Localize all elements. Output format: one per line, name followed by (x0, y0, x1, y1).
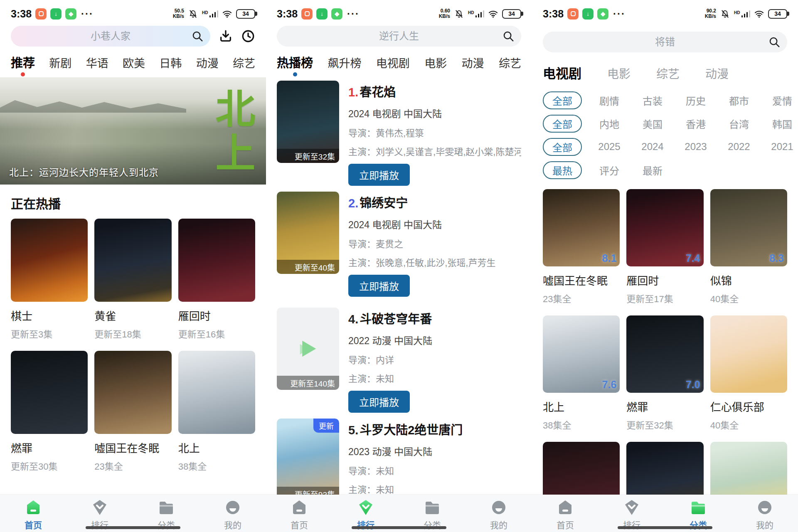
tab-western[interactable]: 欧美 (123, 54, 145, 76)
nav-profile[interactable]: 我的 (206, 499, 260, 531)
tab-anime[interactable]: 动漫 (196, 54, 219, 76)
filter-item[interactable]: 2021 (761, 141, 798, 153)
drama-poster (178, 219, 255, 302)
drama-title: 燃罪 (626, 399, 703, 414)
tab-variety[interactable]: 综艺 (499, 54, 521, 76)
tab-anime[interactable]: 动漫 (705, 65, 729, 87)
filter-sort-hottest[interactable]: 最热 (543, 161, 582, 179)
folder-icon (690, 499, 707, 516)
tab-rising-rank[interactable]: 飙升榜 (328, 54, 361, 76)
battery-icon: 34 (502, 9, 521, 19)
filter-item[interactable]: 美国 (631, 116, 674, 131)
drama-title: 4.斗破苍穹年番 (348, 309, 521, 327)
rank-item[interactable]: 更新至140集 4.斗破苍穹年番 2022 动漫 中国大陆 导演：内详 主演：未… (277, 308, 521, 413)
drama-title: 北上 (543, 399, 620, 414)
rank-item[interactable]: 更新至40集 2.锦绣安宁 2024 电视剧 中国大陆 导演：麦贯之 主演：张晚… (277, 192, 521, 297)
history-button[interactable] (241, 29, 255, 43)
nav-home[interactable]: 首页 (6, 499, 60, 531)
status-bar: 3:38 ↓ ◆ ··· 90.2KB/s HD 34 (532, 0, 798, 22)
drama-director: 导演：内详 (348, 352, 521, 366)
play-now-button[interactable]: 立即播放 (348, 391, 410, 413)
home-indicator[interactable] (352, 526, 446, 529)
drama-card[interactable]: 北上 38集全 (178, 351, 255, 483)
rank-gem-icon (91, 499, 108, 516)
more-notifications-icon: ··· (81, 8, 94, 20)
drama-card[interactable]: 7.6 北上 38集全 (543, 315, 620, 442)
filter-item[interactable]: 2023 (674, 141, 717, 153)
filter-item[interactable]: 最新 (631, 163, 674, 177)
filter-item[interactable]: 爱情 (761, 93, 798, 108)
search-icon[interactable] (768, 36, 781, 48)
search-bar (277, 26, 521, 47)
drama-cast: 主演：刘学义,吴谨言,毕雯珺,赵小棠,陈楚河 (348, 144, 521, 158)
tab-anime[interactable]: 动漫 (462, 54, 484, 76)
tab-jk[interactable]: 日韩 (159, 54, 182, 76)
drama-card[interactable]: 燃罪 更新至30集 (11, 351, 88, 483)
drama-card[interactable]: 雁回时 更新至16集 (178, 219, 255, 351)
drama-episodes: 更新至18集 (94, 327, 171, 340)
tab-new-dramas[interactable]: 新剧 (49, 54, 71, 76)
drama-director: 导演：未知 (348, 463, 521, 477)
search-icon[interactable] (191, 30, 204, 42)
profile-icon (224, 499, 241, 516)
nav-home[interactable]: 首页 (538, 499, 592, 531)
filter-item[interactable]: 内地 (588, 116, 631, 131)
tab-movie[interactable]: 电影 (607, 65, 631, 87)
search-input[interactable] (32, 30, 190, 42)
banner-roof-art (0, 100, 186, 113)
filter-all-genre[interactable]: 全部 (543, 91, 582, 109)
filter-item[interactable]: 历史 (674, 93, 717, 108)
drama-card[interactable]: 8.1 嘘国王在冬眠 23集全 (543, 189, 620, 315)
nav-profile[interactable]: 我的 (472, 499, 526, 531)
mute-bell-icon (720, 9, 730, 19)
drama-title: 燃罪 (11, 440, 88, 455)
home-icon (291, 499, 308, 516)
filter-item[interactable]: 香港 (674, 116, 717, 131)
filter-all-year[interactable]: 全部 (543, 138, 582, 156)
filter-item[interactable]: 古装 (631, 93, 674, 108)
nav-home[interactable]: 首页 (272, 499, 326, 531)
download-button[interactable] (219, 29, 233, 43)
nav-profile[interactable]: 我的 (738, 499, 792, 531)
clock-time: 3:38 (11, 8, 32, 20)
play-now-button[interactable]: 立即播放 (348, 164, 410, 186)
rank-item[interactable]: 更新至32集 1.春花焰 2024 电视剧 中国大陆 导演：黄伟杰,程箓 主演：… (277, 81, 521, 186)
search-input[interactable] (564, 36, 766, 48)
now-playing-grid: 棋士 更新至3集 黄雀 更新至18集 雁回时 更新至16集 燃罪 更新至30集 … (0, 219, 266, 483)
drama-card[interactable]: 棋士 更新至3集 (11, 219, 88, 351)
filter-all-region[interactable]: 全部 (543, 115, 582, 133)
drama-card[interactable]: 仁心俱乐部 40集全 (710, 315, 787, 442)
filter-item[interactable]: 剧情 (588, 93, 631, 108)
tab-recommend[interactable]: 推荐 (11, 53, 35, 76)
filter-item[interactable]: 2024 (631, 141, 674, 153)
search-icon[interactable] (502, 30, 515, 42)
network-speed: 50.5KB/s (173, 8, 184, 19)
filter-item[interactable]: 台湾 (717, 116, 761, 131)
tab-chinese[interactable]: 华语 (86, 54, 108, 76)
tab-variety[interactable]: 综艺 (233, 54, 255, 76)
tab-tv[interactable]: 电视剧 (543, 63, 581, 88)
home-indicator[interactable] (86, 526, 180, 529)
app-notification-icon: ◆ (331, 8, 342, 20)
tab-variety[interactable]: 综艺 (656, 65, 680, 87)
filter-item[interactable]: 都市 (717, 93, 761, 108)
hero-banner[interactable]: 北上 北上：运河边长大的年轻人到北京 (0, 77, 266, 185)
tab-movie[interactable]: 电影 (424, 54, 447, 76)
filter-item[interactable]: 2025 (588, 141, 631, 153)
tab-tv[interactable]: 电视剧 (376, 54, 410, 76)
search-input[interactable] (298, 30, 500, 42)
filter-item[interactable]: 2022 (717, 141, 761, 153)
drama-card[interactable]: 7.4 雁回时 更新至17集 (626, 189, 703, 315)
filter-item[interactable]: 评分 (588, 163, 631, 177)
home-indicator[interactable] (618, 526, 712, 529)
filter-item[interactable]: 韩国 (761, 116, 798, 131)
drama-card[interactable]: 嘘国王在冬眠 23集全 (94, 351, 171, 483)
drama-card[interactable]: 黄雀 更新至18集 (94, 219, 171, 351)
rank-tabs: 热播榜 飙升榜 电视剧 电影 动漫 综艺 (266, 51, 532, 77)
drama-card[interactable]: 8.3 似锦 40集全 (710, 189, 787, 315)
download-notification-icon: ↓ (316, 8, 328, 20)
drama-card[interactable]: 7.0 燃罪 更新至32集 (626, 315, 703, 442)
drama-director: 导演：黄伟杰,程箓 (348, 126, 521, 139)
tab-hot-rank[interactable]: 热播榜 (277, 53, 313, 76)
play-now-button[interactable]: 立即播放 (348, 275, 410, 297)
